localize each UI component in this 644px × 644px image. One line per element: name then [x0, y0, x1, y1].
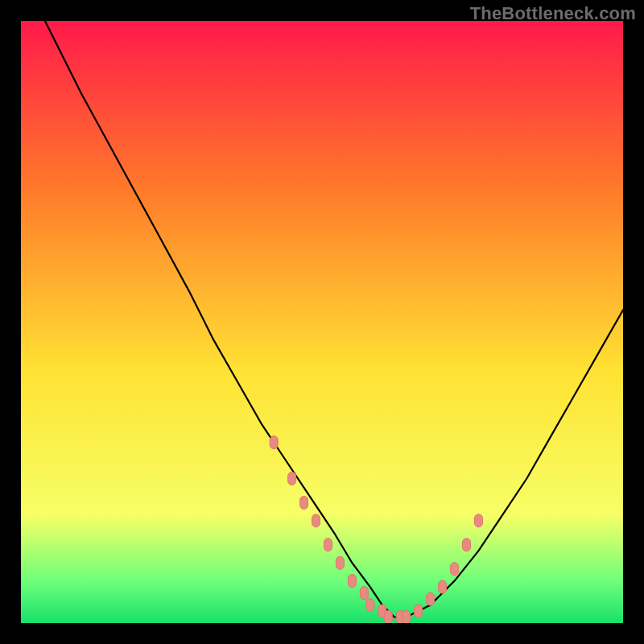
highlight-dot	[288, 473, 296, 485]
highlight-dot	[439, 580, 447, 593]
highlight-dot	[300, 496, 308, 509]
highlight-dot	[427, 592, 435, 605]
highlight-dot	[402, 611, 411, 624]
highlight-dot	[463, 539, 471, 551]
gradient-background	[21, 21, 623, 623]
highlight-dot	[451, 563, 459, 576]
highlight-dot	[360, 587, 368, 600]
highlight-dot	[324, 539, 332, 551]
highlight-dot	[415, 605, 423, 617]
highlight-dot	[312, 514, 320, 527]
highlight-dot	[366, 599, 374, 612]
chart-frame	[21, 21, 623, 623]
highlight-dot	[475, 514, 483, 527]
watermark-text: TheBottleneck.com	[470, 3, 636, 24]
bottleneck-chart	[21, 21, 623, 623]
highlight-dot	[348, 575, 356, 588]
highlight-dot	[336, 556, 344, 569]
highlight-dot	[270, 436, 278, 449]
highlight-dot	[384, 611, 392, 624]
